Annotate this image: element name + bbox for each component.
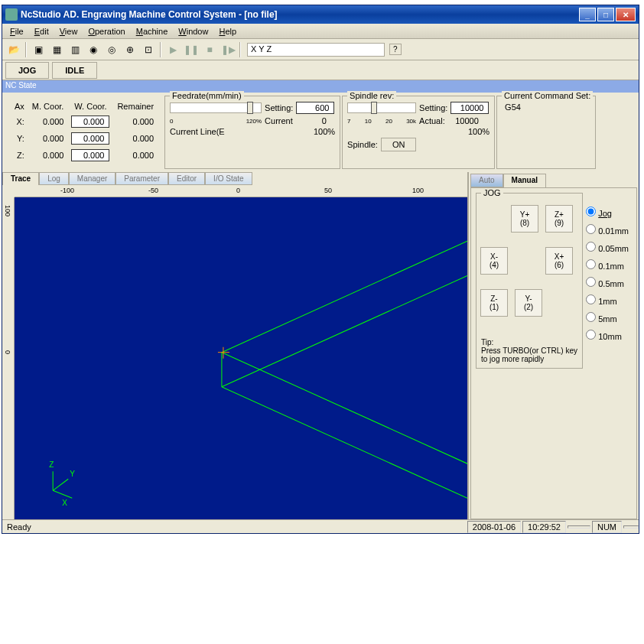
tab-io[interactable]: I/O State (205, 172, 252, 185)
tool-icon[interactable]: ⊡ (140, 41, 157, 58)
y-wcoor[interactable]: 0.000 (71, 132, 109, 145)
jog-group: JOG Y+(8) Z+(9) X-(4) X+(6) Z-(1) Y-(2) … (476, 193, 583, 369)
close-button[interactable]: ✕ (616, 8, 636, 21)
tool-icon[interactable]: ▦ (48, 41, 65, 58)
status-time: 10:29:52 (522, 521, 566, 533)
jog-x-minus[interactable]: X-(4) (480, 247, 508, 275)
menu-bar: File Edit View Operation Machine Window … (2, 24, 639, 39)
menu-machine[interactable]: Machine (132, 25, 173, 37)
coordinates-panel: Ax M. Coor. W. Coor. Remainer X: 0.000 0… (5, 96, 163, 169)
minimize-button[interactable]: _ (579, 8, 596, 21)
jog-status-button[interactable]: JOG (5, 62, 49, 79)
radio-0.1[interactable]: 0.1mm (586, 259, 629, 271)
svg-text:X: X (62, 499, 67, 507)
left-tabs: Trace Log Manager Parameter Editor I/O S… (2, 172, 467, 185)
jog-step-radios: Jog 0.01mm 0.05mm 0.1mm 0.5mm 1mm 5mm 10… (586, 200, 629, 347)
tab-auto[interactable]: Auto (470, 174, 503, 187)
tool-icon[interactable]: ▥ (67, 41, 83, 58)
svg-line-0 (222, 241, 467, 352)
radio-0.01[interactable]: 0.01mm (586, 224, 629, 236)
app-icon (5, 8, 18, 21)
tab-manual[interactable]: Manual (503, 174, 546, 187)
svg-line-3 (222, 387, 467, 498)
jog-x-plus[interactable]: X+(6) (545, 247, 573, 275)
jog-y-minus[interactable]: Y-(2) (515, 289, 542, 317)
radio-10[interactable]: 10mm (586, 330, 629, 341)
spindle-slider[interactable] (347, 102, 416, 113)
help-button[interactable]: ? (389, 44, 402, 55)
tool-icon[interactable]: ▣ (30, 41, 47, 58)
pause-icon[interactable]: ❚❚ (183, 41, 200, 58)
ruler-horizontal: -100 -50 0 50 100 (15, 185, 467, 197)
radio-5[interactable]: 5mm (586, 312, 629, 324)
feedrate-slider[interactable] (170, 102, 262, 113)
tool-icon[interactable]: ◉ (85, 41, 102, 58)
tab-log[interactable]: Log (39, 172, 69, 185)
menu-view[interactable]: View (55, 25, 83, 37)
open-icon[interactable]: 📂 (5, 41, 22, 58)
jog-z-plus[interactable]: Z+(9) (545, 205, 573, 233)
right-tabs: Auto Manual (470, 174, 637, 187)
jog-z-minus[interactable]: Z-(1) (480, 289, 508, 317)
menu-edit[interactable]: Edit (30, 25, 54, 37)
xyz-display: X Y Z (247, 43, 385, 57)
spindle-setting[interactable]: 10000 (450, 102, 489, 114)
radio-1[interactable]: 1mm (586, 294, 629, 306)
play-icon[interactable]: ▶ (164, 41, 181, 58)
x-wcoor[interactable]: 0.000 (71, 115, 109, 128)
tab-editor[interactable]: Editor (168, 172, 205, 185)
feedrate-panel: Feedrate(mm/min) Setting: 600 0120% Curr… (164, 96, 340, 169)
toolbar: 📂 ▣ ▦ ▥ ◉ ◎ ⊕ ⊡ ▶ ❚❚ ■ ❚▶ X Y Z ? (2, 39, 639, 60)
tab-manager[interactable]: Manager (69, 172, 115, 185)
step-icon[interactable]: ❚▶ (220, 41, 236, 58)
menu-help[interactable]: Help (214, 25, 241, 37)
status-date: 2008-01-06 (467, 521, 521, 533)
tab-parameter[interactable]: Parameter (115, 172, 168, 185)
menu-window[interactable]: Window (174, 25, 213, 37)
svg-text:Y: Y (70, 470, 75, 478)
status-ready: Ready (2, 522, 466, 532)
tool-icon[interactable]: ⊕ (122, 41, 138, 58)
command-set-panel: Current Command Set: G54 (496, 96, 596, 169)
menu-file[interactable]: File (5, 25, 28, 37)
spindle-panel: Spindle rev: Setting: 10000 7102030k Act… (342, 96, 495, 169)
radio-0.5[interactable]: 0.5mm (586, 277, 629, 288)
spindle-on-button[interactable]: ON (381, 138, 417, 151)
idle-status-button[interactable]: IDLE (52, 62, 97, 79)
maximize-button[interactable]: □ (597, 8, 614, 21)
svg-line-1 (222, 353, 467, 463)
jog-y-plus[interactable]: Y+(8) (511, 205, 538, 233)
svg-text:Z: Z (49, 460, 54, 469)
stop-icon[interactable]: ■ (201, 41, 218, 58)
tool-icon[interactable]: ◎ (103, 41, 120, 58)
trace-canvas[interactable]: Z Y X (15, 197, 467, 522)
menu-operation[interactable]: Operation (83, 25, 129, 37)
radio-jog[interactable]: Jog (586, 207, 629, 218)
feedrate-setting[interactable]: 600 (296, 102, 334, 114)
title-bar: NcStudio AD. Engraving Machine Control S… (2, 5, 639, 24)
status-bar: Ready 2008-01-06 10:29:52 NUM (2, 519, 639, 533)
ruler-vertical: 100 0 (2, 197, 15, 522)
status-num: NUM (592, 521, 622, 533)
svg-line-2 (222, 275, 467, 386)
window-title: NcStudio AD. Engraving Machine Control S… (21, 9, 579, 20)
radio-0.05[interactable]: 0.05mm (586, 242, 629, 253)
svg-line-9 (53, 479, 68, 490)
trace-drawing: Z Y X (15, 197, 467, 522)
z-wcoor[interactable]: 0.000 (71, 149, 109, 161)
svg-line-8 (53, 490, 72, 498)
tab-trace[interactable]: Trace (2, 172, 39, 185)
